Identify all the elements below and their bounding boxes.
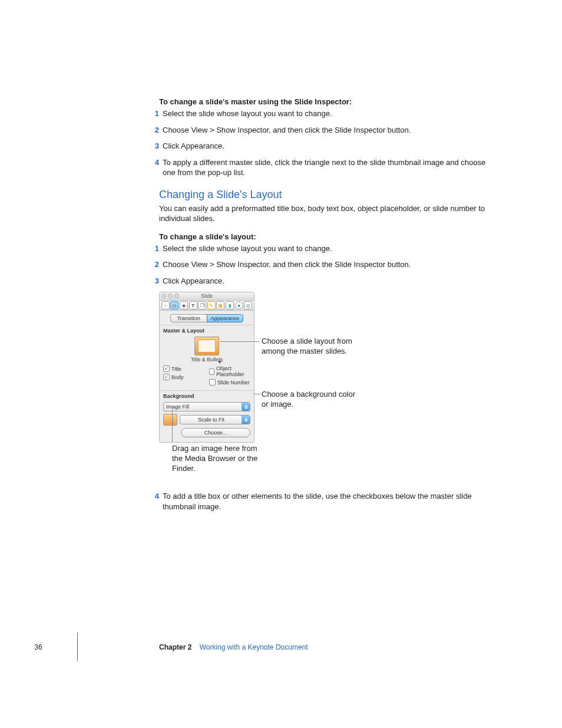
body-paragraph: You can easily add a preformatted title … [159,203,497,224]
text-icon[interactable]: T [189,301,197,309]
choose-button[interactable]: Choose... [181,428,250,437]
step-number: 2 [147,125,159,136]
master-layout-label: Master & Layout [160,327,254,335]
tab-appearance[interactable]: Appearance [207,314,244,322]
master-name: Title & Bullets [160,357,254,363]
body-checkbox-label: Body [171,374,184,380]
background-label: Background [160,392,254,400]
step-text: To add a title box or other elements to … [163,491,497,512]
ordered-list-2: 1Select the slide whose layout you want … [147,243,497,286]
body-checkbox[interactable]: Body [163,374,204,380]
page-footer: 36 Chapter 2 Working with a Keynote Docu… [0,643,562,651]
ordered-list-2b: 4To add a title box or other elements to… [147,491,497,512]
scale-dropdown[interactable]: Scale to Fit [180,415,250,424]
step-text: Click Appearance. [163,141,497,151]
table-icon[interactable]: ▦ [216,301,224,309]
image-well[interactable] [163,414,177,426]
stepper-arrows-icon [242,403,250,411]
inspector-panel: Slide ▫ ▭ ◈ T ❐ ✎ ▦ ▮ ● Q Transition App… [159,292,254,443]
chart-icon[interactable]: ▮ [226,301,234,309]
ordered-list-1: 1Select the slide whose layout you want … [147,108,497,178]
object-placeholder-label: Object Placeholder [216,365,250,377]
step-text: Choose View > Show Inspector, and then c… [163,125,497,136]
title-checkbox[interactable]: Title [163,365,204,372]
slide-icon[interactable]: ▭ [170,301,178,309]
stepper-arrows-icon [242,416,250,424]
step-text: Select the slide whose layout you want t… [163,108,497,119]
title-checkbox-label: Title [171,366,181,372]
fill-type-dropdown[interactable]: Image Fill [163,402,250,411]
inspector-titlebar: Slide [160,292,254,301]
step-text: Click Appearance. [163,276,497,286]
page-number: 36 [0,643,77,651]
build-icon[interactable]: ◈ [180,301,188,309]
metrics-icon[interactable]: ✎ [207,301,216,309]
tab-transition[interactable]: Transition [170,314,207,322]
callout-line [253,394,260,394]
inspector-tabs: Transition Appearance [170,314,243,322]
footer-rule [77,633,78,661]
chapter-title: Working with a Keynote Document [200,643,308,651]
step-number: 3 [147,276,159,286]
slide-number-checkbox[interactable]: Slide Number [209,379,250,386]
callout-line [220,341,259,342]
hyperlink-icon[interactable]: ● [235,301,243,309]
step-number: 4 [147,491,159,502]
master-thumbnail[interactable] [194,337,219,355]
step-text: Choose View > Show Inspector, and then c… [163,259,497,270]
chapter-label: Chapter 2 [159,643,191,651]
step-number: 4 [147,157,159,168]
inspector-title: Slide [160,293,254,299]
step-number: 3 [147,141,159,151]
object-placeholder-checkbox[interactable]: Object Placeholder [209,365,250,377]
step-text: Select the slide whose layout you want t… [163,243,497,254]
callout-text: Choose a background color or image. [262,390,356,410]
scale-value: Scale to Fit [198,417,224,423]
fill-type-value: Image Fill [166,404,189,410]
chevron-down-icon[interactable] [218,361,222,364]
graphic-icon[interactable]: ❐ [198,301,206,309]
callout-text: Choose a slide layout from among the mas… [262,337,356,357]
step-text: To apply a different master slide, click… [163,157,497,178]
inspector-iconbar: ▫ ▭ ◈ T ❐ ✎ ▦ ▮ ● Q [160,301,254,311]
document-icon[interactable]: ▫ [161,301,170,309]
figure: Slide ▫ ▭ ◈ T ❐ ✎ ▦ ▮ ● Q Transition App… [159,292,497,480]
step-number: 2 [147,259,159,270]
procedure-heading: To change a slide's layout: [159,232,497,241]
step-number: 1 [147,243,159,254]
callout-text: Drag an image here from the Media Browse… [172,444,260,474]
quicktime-icon[interactable]: Q [244,301,252,309]
section-heading: Changing a Slide's Layout [159,189,497,201]
slide-number-label: Slide Number [217,380,250,386]
procedure-heading: To change a slide's master using the Sli… [159,97,497,106]
callout-line [172,409,173,442]
step-number: 1 [147,108,159,119]
